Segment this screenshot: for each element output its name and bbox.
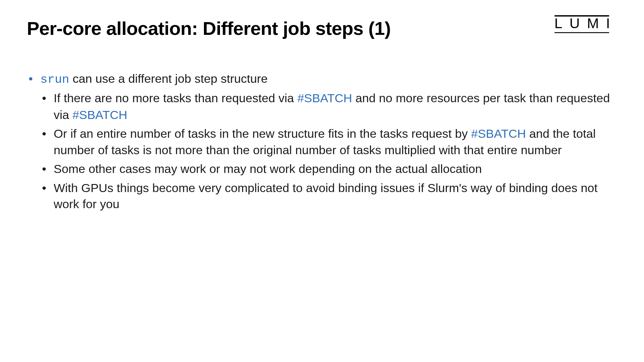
bullet-lvl2-item: Some other cases may work or may not wor… — [40, 161, 617, 177]
bullet-list-lvl1: srun can use a different job step struct… — [27, 71, 617, 213]
text: Or if an entire number of tasks in the n… — [54, 127, 471, 140]
lumi-logo: LUMI — [554, 15, 617, 33]
header: Per-core allocation: Different job steps… — [27, 18, 617, 39]
code-srun: srun — [40, 73, 69, 86]
bullet-lvl1-item: srun can use a different job step struct… — [27, 71, 617, 213]
bullet1-text: can use a different job step structure — [69, 72, 268, 85]
bullet-lvl2-item: If there are no more tasks than requeste… — [40, 90, 617, 123]
slide-title: Per-core allocation: Different job steps… — [27, 18, 391, 39]
bullet-lvl2-item: With GPUs things become very complicated… — [40, 180, 617, 213]
text: With GPUs things become very complicated… — [54, 181, 598, 211]
text: If there are no more tasks than requeste… — [54, 92, 297, 105]
text: Some other cases may work or may not wor… — [54, 162, 482, 176]
slide: Per-core allocation: Different job steps… — [0, 0, 644, 362]
bullet-list-lvl2: If there are no more tasks than requeste… — [40, 90, 617, 213]
bullet-lvl2-item: Or if an entire number of tasks in the n… — [40, 126, 617, 158]
accent-sbatch: #SBATCH — [72, 108, 127, 121]
accent-sbatch: #SBATCH — [297, 92, 352, 105]
accent-sbatch: #SBATCH — [471, 127, 526, 140]
slide-body: srun can use a different job step struct… — [27, 71, 617, 213]
